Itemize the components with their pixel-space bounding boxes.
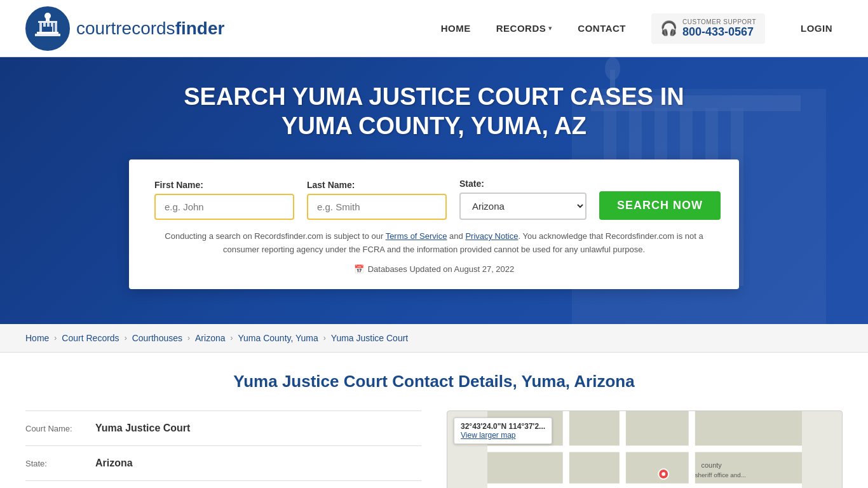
section-title: Yuma Justice Court Contact Details, Yuma… <box>25 372 843 391</box>
privacy-link[interactable]: Privacy Notice <box>465 231 518 241</box>
breadcrumb-current: Yuma Justice Court <box>331 333 408 343</box>
disclaimer-text: Conducting a search on Recordsfinder.com… <box>154 230 714 257</box>
svg-rect-28 <box>626 452 689 484</box>
breadcrumb-courthouses[interactable]: Courthouses <box>132 333 182 343</box>
content-grid: Court Name: Yuma Justice Court State: Ar… <box>25 410 843 488</box>
svg-rect-10 <box>43 27 52 32</box>
tos-link[interactable]: Terms of Service <box>386 231 447 241</box>
breadcrumb-sep-5: › <box>323 334 326 342</box>
svg-text:county: county <box>702 461 722 469</box>
first-name-input[interactable] <box>154 194 294 220</box>
breadcrumb-arizona[interactable]: Arizona <box>195 333 225 343</box>
hero-title: SEARCH YUMA JUSTICE COURT CASES IN YUMA … <box>148 83 720 140</box>
breadcrumb-sep-1: › <box>54 334 57 342</box>
nav-records[interactable]: RECORDS <box>496 23 546 34</box>
search-box: First Name: Last Name: State: AlabamaAla… <box>129 159 739 289</box>
nav-home[interactable]: HOME <box>441 23 471 34</box>
state-select[interactable]: AlabamaAlaskaArizonaArkansasCaliforniaCo… <box>459 193 587 220</box>
logo-text-light: courtrecords <box>76 18 175 38</box>
nav-records-wrapper[interactable]: RECORDS ▾ <box>496 23 553 34</box>
breadcrumb-yuma-county[interactable]: Yuma County, Yuma <box>238 333 318 343</box>
state-row: State: Arizona <box>25 446 421 481</box>
svg-rect-34 <box>487 445 802 452</box>
breadcrumb: Home › Court Records › Courthouses › Ari… <box>0 324 868 353</box>
svg-rect-25 <box>695 411 802 445</box>
svg-point-1 <box>44 13 51 19</box>
svg-rect-7 <box>55 23 57 32</box>
nav-contact[interactable]: CONTACT <box>578 23 626 34</box>
db-updated-text: Databases Updated on August 27, 2022 <box>368 264 515 274</box>
breadcrumb-sep-3: › <box>187 334 190 342</box>
breadcrumb-sep-4: › <box>230 334 233 342</box>
svg-rect-9 <box>35 34 60 36</box>
calendar-icon: 📅 <box>354 264 364 274</box>
state-detail-value: Arizona <box>95 458 133 469</box>
svg-rect-36 <box>563 411 569 488</box>
support-label: CUSTOMER SUPPORT <box>682 18 756 25</box>
last-name-group: Last Name: <box>307 180 447 220</box>
headphone-icon: 🎧 <box>660 20 677 37</box>
logo-icon <box>25 6 70 51</box>
support-number: 800-433-0567 <box>682 25 756 39</box>
breadcrumb-sep-2: › <box>125 334 127 342</box>
svg-point-42 <box>661 472 665 476</box>
svg-rect-27 <box>569 452 620 484</box>
first-name-label: First Name: <box>154 180 294 190</box>
map-container[interactable]: county sheriff office and... 32°43'24.0"… <box>447 410 843 488</box>
map-coords-text: 32°43'24.0"N 114°37'2... <box>461 422 545 431</box>
svg-rect-23 <box>569 411 620 445</box>
logo-text-bold: finder <box>175 18 225 38</box>
capitol-svg <box>32 13 64 44</box>
last-name-input[interactable] <box>307 194 447 220</box>
logo-area: courtrecordsfinder <box>25 6 224 51</box>
last-name-label: Last Name: <box>307 180 447 190</box>
first-name-group: First Name: <box>154 180 294 220</box>
svg-rect-35 <box>487 484 802 488</box>
svg-text:sheriff office and...: sheriff office and... <box>695 471 746 478</box>
court-name-label: Court Name: <box>25 424 89 433</box>
logo-text: courtrecordsfinder <box>76 18 224 39</box>
support-text: CUSTOMER SUPPORT 800-433-0567 <box>682 18 756 39</box>
map-coords-box: 32°43'24.0"N 114°37'2... View larger map <box>454 417 552 444</box>
breadcrumb-home[interactable]: Home <box>25 333 49 343</box>
records-chevron-icon: ▾ <box>548 24 552 32</box>
svg-rect-38 <box>689 411 695 488</box>
svg-rect-2 <box>38 21 57 23</box>
svg-point-20 <box>605 57 620 80</box>
db-updated: 📅 Databases Updated on August 27, 2022 <box>154 264 714 274</box>
svg-rect-37 <box>620 411 626 488</box>
main-content: Yuma Justice Court Contact Details, Yuma… <box>0 353 868 488</box>
details-panel: Court Name: Yuma Justice Court State: Ar… <box>25 410 421 488</box>
svg-rect-8 <box>37 32 58 34</box>
main-nav: HOME RECORDS ▾ CONTACT 🎧 CUSTOMER SUPPOR… <box>441 13 843 44</box>
search-button[interactable]: SEARCH NOW <box>599 191 721 220</box>
map-panel: county sheriff office and... 32°43'24.0"… <box>447 410 843 488</box>
svg-rect-3 <box>39 23 42 32</box>
state-detail-label: State: <box>25 459 89 468</box>
svg-rect-24 <box>626 411 689 445</box>
breadcrumb-court-records[interactable]: Court Records <box>62 333 119 343</box>
nav-login[interactable]: LOGIN <box>790 18 843 39</box>
hero-section: SEARCH YUMA JUSTICE COURT CASES IN YUMA … <box>0 57 868 324</box>
header: courtrecordsfinder HOME RECORDS ▾ CONTAC… <box>0 0 868 57</box>
svg-rect-26 <box>487 452 563 484</box>
state-label: State: <box>459 179 587 189</box>
support-area: 🎧 CUSTOMER SUPPORT 800-433-0567 <box>651 13 765 44</box>
view-larger-map-link[interactable]: View larger map <box>461 431 545 440</box>
court-name-row: Court Name: Yuma Justice Court <box>25 411 421 446</box>
search-fields: First Name: Last Name: State: AlabamaAla… <box>154 179 714 220</box>
state-group: State: AlabamaAlaskaArizonaArkansasCalif… <box>459 179 587 220</box>
court-name-value: Yuma Justice Court <box>95 423 190 434</box>
